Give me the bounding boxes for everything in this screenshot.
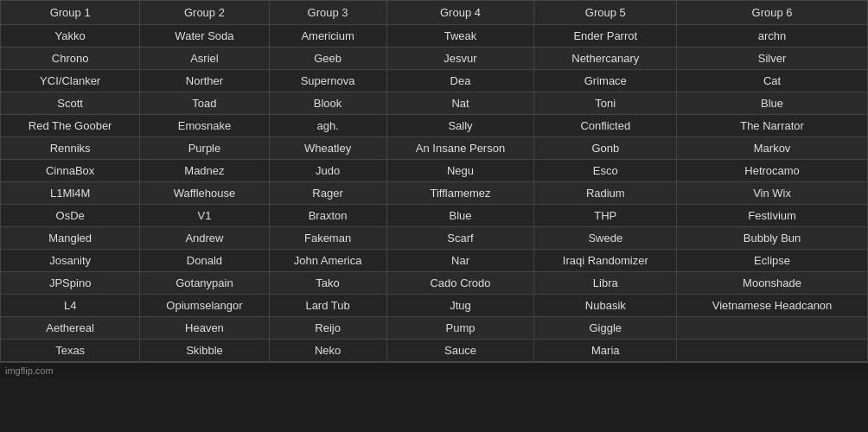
table-row: L4OpiumselangorLard TubJtugNubasikVietna… xyxy=(1,295,868,317)
table-cell: Tifflamemez xyxy=(386,182,534,205)
table-cell: Americium xyxy=(269,25,386,48)
table-row: CinnaBoxMadnezJudoNeguEscoHetrocamo xyxy=(1,160,868,182)
table-cell xyxy=(677,340,868,362)
table-cell: Nubasik xyxy=(534,295,677,317)
table-cell: John America xyxy=(269,250,386,272)
table-cell: Jesvur xyxy=(386,48,534,70)
footer-label: imgflip.com xyxy=(5,365,54,376)
table-cell: Sally xyxy=(386,115,534,137)
table-cell: Norther xyxy=(140,70,269,92)
table-cell: Donald xyxy=(140,250,269,272)
table-row: L1Ml4MWafflehouseRagerTifflamemezRadiumV… xyxy=(1,182,868,205)
table-cell: Dea xyxy=(386,70,534,92)
table-cell: CinnaBox xyxy=(1,160,140,182)
table-row: AetherealHeavenReijoPumpGiggle xyxy=(1,317,868,340)
table-row: YCI/ClankerNortherSupernovaDeaGrimaceCat xyxy=(1,70,868,92)
table-cell: Esco xyxy=(534,160,677,182)
table-cell: Neko xyxy=(269,340,386,362)
table-cell: Tako xyxy=(269,272,386,295)
table-cell: Nar xyxy=(386,250,534,272)
table-cell: Giggle xyxy=(534,317,677,340)
column-header: Group 4 xyxy=(386,1,534,25)
table-row: Red The GooberEmosnakeagh.SallyConflicte… xyxy=(1,115,868,137)
table-cell: Scarf xyxy=(386,227,534,250)
table-cell: Pump xyxy=(386,317,534,340)
table-cell: Festivium xyxy=(677,205,868,227)
table-cell: Grimace xyxy=(534,70,677,92)
table-cell: Water Soda xyxy=(140,25,269,48)
table-cell: Toni xyxy=(534,92,677,115)
table-cell: Braxton xyxy=(269,205,386,227)
table-cell: Markov xyxy=(677,137,868,160)
table-cell: Nethercanary xyxy=(534,48,677,70)
table-cell: Radium xyxy=(534,182,677,205)
table-row: OsDeV1BraxtonBlueTHPFestivium xyxy=(1,205,868,227)
table-row: JPSpinoGotanypainTakoCado CrodoLibraMoon… xyxy=(1,272,868,295)
table-cell: Wheatley xyxy=(269,137,386,160)
table-cell: Cado Crodo xyxy=(386,272,534,295)
table-cell: YCI/Clanker xyxy=(1,70,140,92)
table-cell: agh. xyxy=(269,115,386,137)
column-header: Group 2 xyxy=(140,1,269,25)
table-row: YakkoWater SodaAmericiumTweakEnder Parro… xyxy=(1,25,868,48)
table-cell: Texas xyxy=(1,340,140,362)
table-row: ChronoAsrielGeebJesvurNethercanarySilver xyxy=(1,48,868,70)
table-cell: Conflicted xyxy=(534,115,677,137)
table-cell: Gotanypain xyxy=(140,272,269,295)
table-cell: The Narrator xyxy=(677,115,868,137)
table-cell: V1 xyxy=(140,205,269,227)
table-cell: Blue xyxy=(386,205,534,227)
table-cell: Ender Parrot xyxy=(534,25,677,48)
table-cell: Blue xyxy=(677,92,868,115)
table-cell: Moonshade xyxy=(677,272,868,295)
table-cell: L4 xyxy=(1,295,140,317)
table-cell: JPSpino xyxy=(1,272,140,295)
table-cell: Judo xyxy=(269,160,386,182)
table-cell: Blook xyxy=(269,92,386,115)
table-row: TexasSkibbleNekoSauceMaria xyxy=(1,340,868,362)
table-cell: Asriel xyxy=(140,48,269,70)
table-cell xyxy=(677,317,868,340)
table-cell: Iraqi Randomizer xyxy=(534,250,677,272)
table-cell: Opiumselangor xyxy=(140,295,269,317)
table-cell: Chrono xyxy=(1,48,140,70)
table-cell: Josanity xyxy=(1,250,140,272)
table-cell: Renniks xyxy=(1,137,140,160)
table-cell: Jtug xyxy=(386,295,534,317)
table-cell: Yakko xyxy=(1,25,140,48)
table-cell: Andrew xyxy=(140,227,269,250)
column-header: Group 5 xyxy=(534,1,677,25)
table-cell: Red The Goober xyxy=(1,115,140,137)
table-row: JosanityDonaldJohn AmericaNarIraqi Rando… xyxy=(1,250,868,272)
table-cell: Vietnamese Headcanon xyxy=(677,295,868,317)
column-header: Group 6 xyxy=(677,1,868,25)
table-row: RenniksPurpleWheatleyAn Insane PersonGon… xyxy=(1,137,868,160)
table-cell: Lard Tub xyxy=(269,295,386,317)
table-cell: Supernova xyxy=(269,70,386,92)
table-cell: Mangled xyxy=(1,227,140,250)
table-cell: Skibble xyxy=(140,340,269,362)
table-cell: Purple xyxy=(140,137,269,160)
table-cell: Fakeman xyxy=(269,227,386,250)
table-cell: Vin Wix xyxy=(677,182,868,205)
table-row: ScottToadBlookNatToniBlue xyxy=(1,92,868,115)
table-cell: Geeb xyxy=(269,48,386,70)
table-cell: Gonb xyxy=(534,137,677,160)
table-row: MangledAndrewFakemanScarfSwedeBubbly Bun xyxy=(1,227,868,250)
table-cell: Nat xyxy=(386,92,534,115)
table-cell: Eclipse xyxy=(677,250,868,272)
table-cell: Toad xyxy=(140,92,269,115)
table-cell: Hetrocamo xyxy=(677,160,868,182)
table-cell: Silver xyxy=(677,48,868,70)
table-cell: Reijo xyxy=(269,317,386,340)
table-cell: Heaven xyxy=(140,317,269,340)
table-cell: archn xyxy=(677,25,868,48)
table-cell: An Insane Person xyxy=(386,137,534,160)
table-cell: Emosnake xyxy=(140,115,269,137)
table-cell: THP xyxy=(534,205,677,227)
main-table: Group 1Group 2Group 3Group 4Group 5Group… xyxy=(0,0,868,362)
table-cell: OsDe xyxy=(1,205,140,227)
footer: imgflip.com xyxy=(0,362,868,378)
table-cell: Wafflehouse xyxy=(140,182,269,205)
table-cell: Sauce xyxy=(386,340,534,362)
